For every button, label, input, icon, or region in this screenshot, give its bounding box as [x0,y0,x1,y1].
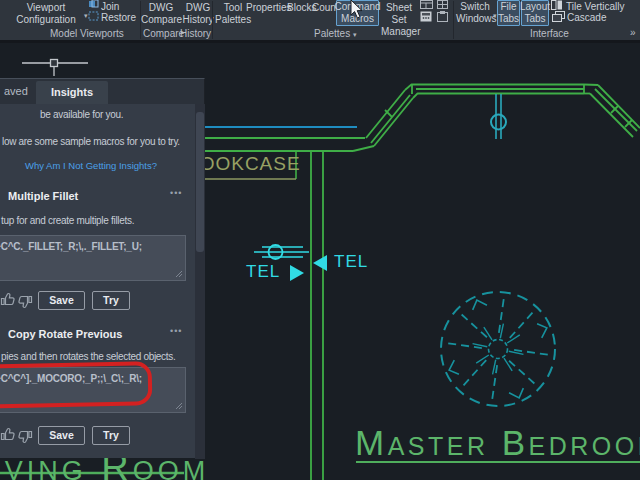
selection-grip[interactable] [22,60,88,77]
tel-label-right: TEL [334,252,368,272]
group-label-palettes[interactable]: Palettes ▾ [314,28,356,40]
file-tabs-button[interactable]: File Tabs [497,0,520,26]
calculator-icon[interactable] [420,11,432,22]
panel-launcher-icon[interactable]: » [630,27,636,39]
exterior-walls [195,84,640,151]
properties-button[interactable]: Properties [246,2,292,14]
cascade-icon [552,11,565,22]
macro-text: ^C^C._FILLET;_R;\,._FILLET;_U; [0,241,142,252]
insights-intro-line2: low are some sample macros for you to tr… [2,136,180,147]
restore-button[interactable]: Restore [101,12,136,24]
red-highlight-annotation [0,361,152,409]
save-button[interactable]: Save [38,426,85,445]
group-label-compare: Compare [143,28,184,40]
tab-insights[interactable]: Insights [36,81,108,104]
autocad-window: BOOKCASE TEL TEL Master Bedroom Living R… [0,0,640,480]
save-button[interactable]: Save [38,291,85,310]
dwg-compare-button[interactable]: DWG Compare [141,2,181,26]
tel-arrow-left-icon [313,255,327,271]
tile-vertically-icon [551,0,563,10]
thumbs-down-icon[interactable] [17,429,33,445]
clipboard-icon[interactable] [437,11,448,22]
ribbon-separator [453,1,454,39]
thumbs-up-icon[interactable] [0,426,16,442]
card-menu-icon[interactable]: ••• [170,326,182,336]
ribbon-separator [212,1,213,39]
mouse-cursor-icon [350,0,364,20]
try-button[interactable]: Try [92,291,130,310]
ceiling-fan-symbol [441,292,555,406]
card-menu-icon[interactable]: ••• [170,188,182,198]
master-bedroom-label: Master Bedroom [355,423,640,463]
cascade-button[interactable]: Cascade [567,12,606,24]
palette-scrollbar[interactable] [195,104,205,459]
viewport-configuration-button[interactable]: Viewport Configuration [6,2,86,26]
switch-windows-button[interactable]: Switch Windows [456,1,494,25]
resize-handle-icon[interactable] [175,270,183,278]
group-label-interface: Interface [530,28,569,40]
table-icon[interactable] [420,0,433,9]
tel-label-left: TEL [246,262,280,282]
tab-saved[interactable]: aved [4,79,28,104]
ceiling-light-symbol [491,94,506,139]
card-description: pies and then rotates the selected objec… [1,351,175,362]
ribbon: Viewport Configuration ▾ Join Restore Mo… [0,0,640,43]
tel-arrow-right-icon [290,265,304,281]
scrollbar-thumb[interactable] [196,112,204,252]
join-icon [88,0,99,9]
insights-intro-line1: be available for you. [40,109,123,120]
layout-tabs-label: Layout Tabs [520,1,550,25]
group-label-model-viewports: Model Viewports [50,28,124,40]
macro-code-box[interactable]: ^C^C._FILLET;_R;\,._FILLET;_U; [0,235,186,281]
sheet-set-manager-button[interactable]: Sheet Set Manager [381,2,417,37]
layout-tabs-button[interactable]: Layout Tabs [521,0,549,26]
thumbs-down-icon[interactable] [17,294,33,310]
grid-icon[interactable] [437,0,448,9]
file-tabs-label: File Tabs [498,1,519,25]
card-description: tup for and create multiple fillets. [1,215,134,226]
resize-handle-icon[interactable] [175,402,183,410]
interior-wall [311,151,323,480]
why-no-insights-link[interactable]: Why Am I Not Getting Insights? [25,160,157,171]
group-label-history: History [180,28,211,40]
try-button[interactable]: Try [92,426,130,445]
thumbs-up-icon[interactable] [0,291,16,307]
restore-icon [88,11,99,21]
tel-outlet-symbol [254,245,309,259]
card-title-copy-rotate-previous: Copy Rotate Previous [8,328,122,340]
chevron-down-icon: ▾ [493,12,497,20]
chevron-down-icon: ▾ [84,12,88,20]
card-title-multiple-fillet: Multiple Fillet [8,190,78,202]
chevron-down-icon: ▾ [353,31,357,38]
